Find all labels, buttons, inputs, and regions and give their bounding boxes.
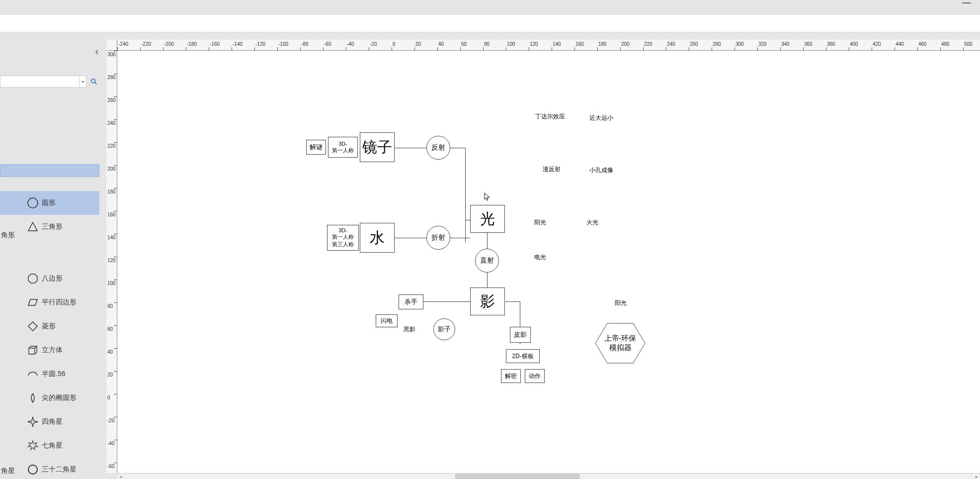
shape-item-cube[interactable]: 立方体	[0, 338, 99, 362]
diagram-node-dianguang[interactable]: 电光	[530, 247, 551, 268]
parallelogram-icon	[27, 296, 39, 308]
svg-point-3	[28, 465, 37, 474]
shape-item-triangle[interactable]: 三角形	[0, 215, 99, 239]
connector[interactable]	[505, 301, 520, 302]
svg-point-0	[91, 79, 95, 83]
mouse-cursor-icon	[484, 192, 490, 201]
rhombus-icon	[27, 320, 39, 332]
shape-item-label: 七角星	[42, 441, 63, 450]
connector[interactable]	[487, 270, 488, 289]
diagram-node-yangguang2[interactable]: 阳光	[609, 291, 632, 314]
scroll-left-button[interactable]: ◂	[117, 474, 124, 479]
diagram-node-shui[interactable]: 水	[360, 223, 395, 253]
drawing-page[interactable]: 解谜 3D- 第一人称 镜子 反射 3D- 第一人称 第三人称 水 折射 光 直…	[117, 51, 980, 473]
connector[interactable]	[395, 238, 427, 238]
shape-item-label: 菱形	[42, 322, 56, 331]
shape-item-label: 平行四边形	[42, 298, 77, 307]
circle-icon	[27, 197, 39, 209]
horizontal-ruler: -240-220-200-180-160-140-120-100-80-60-4…	[117, 40, 980, 51]
thirtytwo-star-icon	[27, 464, 39, 476]
octagon-icon	[27, 273, 39, 285]
svg-line-1	[95, 83, 97, 85]
diagram-node-shandian[interactable]: 闪电	[376, 314, 398, 327]
horizontal-scrollbar[interactable]: ◂ ▸	[117, 473, 980, 479]
shapes-sidebar: 角形 圆形 三角形 八边形 平行四边形 菱形 立方体 半圆.56 尖的椭圆形 四…	[0, 164, 99, 479]
shape-item-label: 八边形	[42, 274, 63, 283]
ruler-corner	[106, 40, 117, 51]
shape-item-7star[interactable]: 七角星	[0, 434, 99, 458]
shape-search-row: ▾	[0, 75, 99, 89]
shape-item-label: 尖的椭圆形	[42, 393, 77, 402]
shape-item-marquise[interactable]: 尖的椭圆形	[0, 386, 99, 410]
diagram-node-shashou[interactable]: 杀手	[399, 294, 423, 309]
shape-item-4star[interactable]: 四角星	[0, 410, 99, 434]
search-button[interactable]	[88, 76, 99, 87]
partial-shape-label-bottom: 角星	[1, 467, 15, 476]
diagram-node-jiemi[interactable]: 解谜	[306, 140, 326, 155]
shape-item-octagon[interactable]: 八边形	[0, 267, 99, 290]
shape-item-label: 三角形	[42, 222, 63, 231]
shape-item-label: 四角星	[42, 417, 63, 426]
marquise-icon	[27, 392, 39, 404]
shape-item-label: 立方体	[42, 346, 63, 355]
diagram-node-zhishe[interactable]: 直射	[475, 249, 499, 273]
shape-item-label: 三十二角星	[42, 465, 77, 474]
diagram-node-jiemic[interactable]: 解密	[501, 369, 521, 383]
diagram-node-jingzi[interactable]: 镜子	[360, 132, 395, 162]
diagram-node-3d-firstperson[interactable]: 3D- 第一人称	[328, 137, 358, 158]
connector[interactable]	[450, 148, 465, 148]
shape-item-label: 半圆.56	[42, 370, 65, 379]
shape-item-parallelogram[interactable]: 平行四边形	[0, 290, 99, 314]
diagram-node-piying[interactable]: 皮影	[510, 327, 531, 343]
title-bar	[0, 0, 980, 15]
seven-star-icon	[27, 440, 39, 452]
diagram-node-3d-fptp[interactable]: 3D- 第一人称 第三人称	[327, 225, 359, 251]
semicircle-icon	[27, 368, 39, 380]
scrollbar-thumb[interactable]	[455, 474, 579, 479]
diagram-node-shangdi[interactable]: 上帝-环保 模拟器	[594, 322, 646, 364]
diagram-node-manfanshe[interactable]: 漫反射	[540, 157, 564, 181]
diagram-node-huoguang[interactable]: 火光	[582, 212, 603, 233]
cube-icon	[27, 344, 39, 356]
diagram-node-2dhb[interactable]: 2D-横板	[506, 349, 540, 363]
shape-search-input[interactable]	[0, 76, 80, 88]
search-dropdown-button[interactable]: ▾	[80, 76, 86, 88]
diagram-node-guang[interactable]: 光	[470, 205, 505, 233]
diagram-node-yangguang[interactable]: 阳光	[530, 212, 551, 233]
diagram-node-heiying[interactable]: 黑影	[401, 320, 418, 338]
minimize-button[interactable]	[962, 2, 971, 3]
diagram-node-ying[interactable]: 影	[470, 287, 505, 315]
scroll-right-button[interactable]: ▸	[973, 474, 980, 479]
diagram-node-dongzuo[interactable]: 动作	[525, 369, 545, 383]
panel-collapse-chevron[interactable]	[94, 50, 99, 56]
connector[interactable]	[423, 301, 470, 302]
vertical-ruler: 3002802602402202001801601401201008060402…	[106, 51, 117, 473]
ribbon-bar	[0, 15, 980, 32]
diagram-node-zheshe[interactable]: 折射	[426, 226, 450, 250]
diagram-node-yingzi[interactable]: 影子	[433, 318, 455, 340]
shape-item-circle[interactable]: 圆形	[0, 191, 99, 215]
search-icon	[90, 78, 97, 85]
diagram-node-jindayuanxiao[interactable]: 近大远小	[587, 103, 616, 132]
connector[interactable]	[465, 220, 470, 220]
shape-item-32star[interactable]: 三十二角星	[0, 458, 99, 479]
shape-item-label: 圆形	[42, 198, 56, 207]
svg-point-2	[28, 198, 38, 208]
shapes-category-header[interactable]	[0, 164, 99, 177]
diagram-node-fanshe[interactable]: 反射	[426, 136, 450, 160]
diagram-node-xiaokong[interactable]: 小孔成像	[587, 156, 616, 185]
four-star-icon	[27, 416, 39, 428]
shape-item-rhombus[interactable]: 菱形	[0, 314, 99, 338]
canvas[interactable]: 解谜 3D- 第一人称 镜子 反射 3D- 第一人称 第三人称 水 折射 光 直…	[117, 51, 980, 473]
diagram-node-dingdaer[interactable]: 丁达尔效应	[536, 102, 565, 131]
triangle-icon	[27, 221, 39, 233]
connector[interactable]	[395, 148, 427, 148]
connector[interactable]	[465, 148, 466, 242]
shape-item-semicircle[interactable]: 半圆.56	[0, 362, 99, 386]
connector[interactable]	[450, 238, 470, 238]
